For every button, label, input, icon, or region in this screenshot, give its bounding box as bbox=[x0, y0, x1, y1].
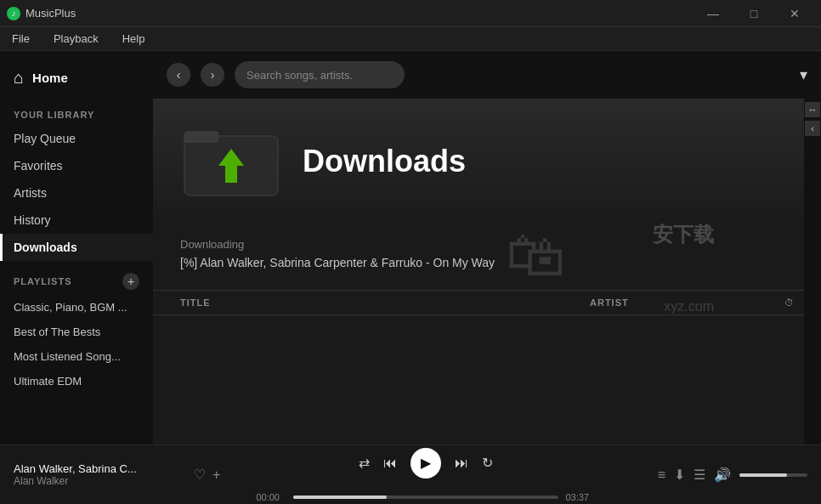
minimize-button[interactable]: — bbox=[694, 0, 733, 27]
content-area: ‹ › ▾ Downloads bbox=[153, 51, 821, 445]
nav-back-button[interactable]: ‹ bbox=[167, 63, 190, 87]
window-controls: — □ ✕ bbox=[694, 0, 814, 27]
scroll-left-button[interactable]: ‹ bbox=[805, 121, 820, 136]
sidebar: ⌂ Home YOUR LIBRARY Play Queue Favorites… bbox=[0, 51, 153, 445]
next-button[interactable]: ⏭ bbox=[455, 456, 468, 471]
svg-rect-1 bbox=[184, 132, 218, 142]
sidebar-item-artists[interactable]: Artists bbox=[0, 179, 153, 207]
downloads-hero: Downloads bbox=[153, 99, 821, 224]
scroll-right-button[interactable]: ↔ bbox=[805, 102, 820, 117]
player-controls: ⇄ ⏮ ▶ ⏭ ↻ 00:00 03:37 bbox=[256, 448, 596, 502]
sidebar-home-label: Home bbox=[32, 71, 68, 85]
repeat-button[interactable]: ↻ bbox=[482, 455, 493, 471]
player-bar: Alan Walker, Sabrina C... Alan Walker ♡ … bbox=[0, 445, 821, 504]
download-button[interactable]: ⬇ bbox=[674, 467, 685, 483]
time-total: 03:37 bbox=[565, 492, 596, 502]
sidebar-home[interactable]: ⌂ Home bbox=[0, 58, 153, 98]
menu-playback[interactable]: Playback bbox=[48, 31, 104, 47]
downloads-page-title: Downloads bbox=[303, 144, 466, 179]
player-track-name: Alan Walker, Sabrina C... bbox=[14, 462, 184, 475]
library-section-label: YOUR LIBRARY bbox=[0, 98, 153, 125]
maximize-button[interactable]: □ bbox=[734, 0, 773, 27]
downloading-label: Downloading bbox=[180, 238, 794, 251]
downloads-folder-icon bbox=[180, 119, 282, 204]
sidebar-item-history[interactable]: History bbox=[0, 207, 153, 234]
time-current: 00:00 bbox=[256, 492, 286, 502]
progress-bar-container: 00:00 03:37 bbox=[256, 492, 596, 502]
heart-button[interactable]: ♡ bbox=[194, 467, 206, 483]
table-col-duration: ⏱ bbox=[743, 297, 794, 308]
playlist-item-classic[interactable]: Classic, Piano, BGM ... bbox=[0, 295, 153, 320]
menu-help[interactable]: Help bbox=[117, 31, 150, 47]
playlists-section-label: PLAYLISTS bbox=[14, 276, 72, 286]
prev-button[interactable]: ⏮ bbox=[383, 456, 397, 471]
search-box[interactable] bbox=[235, 61, 405, 88]
add-playlist-button[interactable]: + bbox=[122, 273, 139, 290]
playlist-item-bestofbests[interactable]: Best of The Bests bbox=[0, 320, 153, 344]
player-buttons: ⇄ ⏮ ▶ ⏭ ↻ bbox=[359, 448, 493, 479]
downloading-track: [%] Alan Walker, Sabrina Carpenter & Far… bbox=[180, 256, 794, 269]
scroll-controls: ↔ ‹ bbox=[804, 99, 821, 445]
menu-file[interactable]: File bbox=[7, 31, 35, 47]
playlists-section-header: PLAYLISTS + bbox=[0, 261, 153, 295]
add-button[interactable]: + bbox=[212, 467, 220, 483]
menubar: File Playback Help bbox=[0, 27, 821, 51]
volume-track[interactable] bbox=[739, 473, 807, 477]
volume-icon: 🔊 bbox=[714, 467, 731, 483]
player-track-artist: Alan Walker bbox=[14, 475, 184, 487]
topbar: ‹ › ▾ bbox=[153, 51, 821, 99]
progress-track[interactable] bbox=[293, 496, 558, 499]
table-col-title: TITLE bbox=[180, 297, 590, 308]
player-like-actions: ♡ + bbox=[194, 467, 220, 483]
downloading-section: Downloading [%] Alan Walker, Sabrina Car… bbox=[153, 224, 821, 283]
close-button[interactable]: ✕ bbox=[775, 0, 814, 27]
search-input[interactable] bbox=[246, 69, 393, 82]
queue-button[interactable]: ☰ bbox=[694, 467, 705, 483]
titlebar: ♪ MusicPlus — □ ✕ bbox=[0, 0, 821, 27]
volume-fill bbox=[739, 473, 787, 477]
table-col-artist: ARTIST bbox=[590, 297, 743, 308]
sidebar-item-playqueue[interactable]: Play Queue bbox=[0, 125, 153, 152]
play-button[interactable]: ▶ bbox=[410, 448, 441, 479]
playlist-item-mostlistened[interactable]: Most Listened Song... bbox=[0, 344, 153, 369]
table-header: TITLE ARTIST ⏱ bbox=[153, 290, 821, 315]
app-icon: ♪ bbox=[7, 7, 20, 20]
shuffle-button[interactable]: ⇄ bbox=[359, 455, 370, 471]
main-layout: ⌂ Home YOUR LIBRARY Play Queue Favorites… bbox=[0, 51, 821, 445]
progress-fill bbox=[293, 496, 386, 499]
app-title: MusicPlus bbox=[25, 7, 694, 20]
dropdown-button[interactable]: ▾ bbox=[800, 65, 807, 84]
lyrics-button[interactable]: ≡ bbox=[658, 467, 665, 483]
sidebar-item-downloads[interactable]: Downloads bbox=[0, 234, 153, 261]
player-track-info: Alan Walker, Sabrina C... Alan Walker bbox=[14, 462, 184, 487]
sidebar-item-favorites[interactable]: Favorites bbox=[0, 152, 153, 179]
nav-forward-button[interactable]: › bbox=[201, 63, 224, 87]
playlist-item-edm[interactable]: Ultimate EDM bbox=[0, 369, 153, 394]
home-icon: ⌂ bbox=[14, 68, 24, 88]
player-right-controls: ≡ ⬇ ☰ 🔊 bbox=[658, 467, 807, 483]
